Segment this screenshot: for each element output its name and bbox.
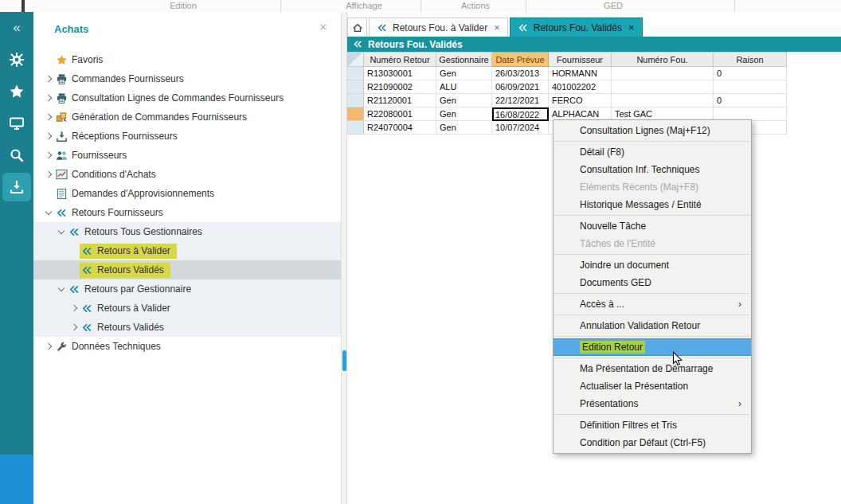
menu-item[interactable]: Edition Retour — [553, 338, 751, 356]
table-cell[interactable]: Gen — [436, 67, 492, 80]
menu-item[interactable]: Consultation Lignes (Maj+F12) — [553, 122, 751, 139]
tree-item[interactable]: Retours Validés — [33, 318, 341, 337]
tree-item[interactable]: Retours Tous Gestionnaires — [33, 222, 341, 241]
ribbon-group-label: GED — [604, 1, 623, 10]
tree-item[interactable]: Génération de Commandes Fournisseurs — [33, 107, 341, 127]
tab-inactive[interactable]: Retours Fou. à Valider× — [369, 18, 508, 37]
table-cell[interactable] — [612, 80, 714, 94]
table-header-cell[interactable]: Gestionnaire — [436, 52, 492, 67]
tree-item[interactable]: Retours à Valider — [33, 299, 341, 318]
table-cell[interactable]: 10/07/2024 — [492, 121, 549, 135]
menu-item[interactable]: Nouvelle Tâche — [553, 217, 751, 235]
tree-expander[interactable] — [68, 306, 80, 311]
menu-item[interactable]: Historique Messages / Entité — [553, 196, 751, 213]
rail-button-favorites-star[interactable] — [0, 76, 33, 107]
tree-expander[interactable] — [43, 344, 54, 349]
return-icon — [353, 39, 363, 49]
menu-item[interactable]: Annulation Validation Retour — [553, 317, 751, 334]
menu-item[interactable]: Joindre un document — [553, 256, 751, 274]
left-icon-rail: « — [0, 12, 33, 504]
tree-item-label: Données Techniques — [72, 341, 161, 352]
table-cell[interactable]: HORMANN — [549, 67, 612, 80]
table-cell[interactable]: R13030001 — [364, 67, 436, 80]
rail-button-settings-gear[interactable] — [0, 44, 33, 76]
tree-expander[interactable] — [43, 134, 54, 139]
table-cell[interactable]: 401002202 — [549, 80, 612, 94]
table-cell[interactable]: Gen — [436, 107, 492, 121]
menu-item[interactable]: Ma Présentation de Démarrage — [553, 360, 751, 377]
tree-expander[interactable] — [43, 115, 54, 119]
tree-expander[interactable] — [56, 287, 67, 291]
menu-item[interactable]: Consultation Inf. Techniques — [553, 161, 751, 178]
table-cell[interactable] — [714, 80, 787, 94]
tree-item[interactable]: Demandes d'Approvisionnements — [33, 184, 341, 203]
tab-active[interactable]: Retours Fou. Validés× — [510, 18, 643, 37]
table-header-cell[interactable]: Numéro Retour — [364, 52, 436, 67]
table-header-cell[interactable]: Fournisseur — [549, 52, 612, 67]
table-cell[interactable]: 06/09/2021 — [492, 80, 549, 94]
menu-item[interactable]: Accès à ...› — [553, 295, 751, 313]
return-icon — [68, 283, 80, 295]
ribbon-separator — [280, 0, 281, 12]
tree-item[interactable]: Données Techniques — [33, 337, 341, 356]
rail-button-imports-download[interactable] — [2, 173, 31, 201]
ribbon-group-label: Actions — [461, 1, 490, 10]
tab-close-icon[interactable]: × — [628, 21, 635, 33]
menu-item[interactable]: Détail (F8) — [553, 143, 751, 161]
table-cell[interactable]: FERCO — [549, 94, 612, 107]
table-cell[interactable]: 0 — [714, 67, 787, 80]
table-cell[interactable]: 0 — [714, 94, 787, 107]
sidebar-close-icon[interactable]: × — [319, 20, 327, 33]
table-cell[interactable]: R22080001 — [364, 107, 436, 121]
menu-item[interactable]: Présentations› — [553, 395, 751, 412]
table-cell[interactable]: R21120001 — [364, 94, 436, 107]
table-cell[interactable]: ALU — [436, 80, 492, 94]
tree-item[interactable]: Conditions d'Achats — [33, 165, 341, 184]
tab-home[interactable] — [347, 18, 367, 37]
row-selector-cell[interactable] — [347, 80, 364, 94]
menu-item[interactable]: Condition par Défaut (Ctrl-F5) — [553, 434, 751, 451]
rail-button-collapse-sidebar[interactable]: « — [0, 12, 33, 44]
row-selector-header[interactable] — [347, 52, 364, 67]
table-header-cell[interactable]: Numéro Fou. — [612, 52, 714, 67]
table-cell[interactable]: Gen — [436, 121, 492, 135]
tree-item[interactable]: Favoris — [33, 50, 341, 69]
tab-close-icon[interactable]: × — [494, 21, 500, 33]
tree-item[interactable]: Consultation Lignes de Commandes Fournis… — [33, 88, 341, 107]
table-cell[interactable]: R24070004 — [364, 121, 436, 135]
table-cell[interactable]: R21090002 — [364, 80, 436, 94]
tree-item[interactable]: Fournisseurs — [33, 146, 341, 165]
tree-expander[interactable] — [43, 172, 54, 177]
table-cell[interactable] — [612, 67, 714, 80]
row-selector-cell[interactable] — [347, 121, 364, 135]
tree-expander[interactable] — [43, 211, 54, 214]
menu-item[interactable]: Définition Filtres et Tris — [553, 416, 751, 434]
row-selector-cell[interactable] — [347, 67, 364, 80]
tree-item[interactable]: Retours Fournisseurs — [33, 203, 341, 222]
table-header-cell[interactable]: Raison — [714, 52, 787, 67]
table-cell[interactable]: 22/12/2021 — [492, 94, 549, 107]
table-header-cell[interactable]: Date Prévue — [492, 52, 549, 67]
tree-expander[interactable] — [43, 96, 54, 100]
tree-expander[interactable] — [68, 325, 80, 330]
table-cell[interactable] — [612, 94, 714, 107]
rail-button-workstation-monitor[interactable] — [0, 107, 33, 139]
rail-button-search-magnifier[interactable] — [0, 139, 33, 171]
tree-expander[interactable] — [43, 153, 54, 158]
tree-expander[interactable] — [43, 76, 54, 81]
tree-item[interactable]: Retours à Valider — [33, 241, 341, 260]
row-selector-cell[interactable] — [347, 94, 364, 107]
tree-item[interactable]: Réceptions Fournisseurs — [33, 127, 341, 146]
tree-item[interactable]: Commandes Fournisseurs — [33, 69, 341, 88]
menu-item[interactable]: Actualiser la Présentation — [553, 377, 751, 395]
table-cell[interactable]: Gen — [436, 94, 492, 107]
table-row: R21120001Gen22/12/2021FERCO0 — [347, 94, 787, 107]
tree-item[interactable]: Retours par Gestionnaire — [33, 279, 341, 299]
table-cell[interactable]: 26/03/2013 — [492, 67, 549, 80]
table-cell[interactable]: 16/08/2022 — [492, 107, 549, 121]
tree-item[interactable]: Retours Validés — [33, 260, 341, 279]
row-selector-cell[interactable] — [347, 107, 364, 121]
menu-separator — [554, 357, 750, 358]
tree-expander[interactable] — [56, 230, 67, 233]
menu-item[interactable]: Documents GED — [553, 274, 751, 291]
